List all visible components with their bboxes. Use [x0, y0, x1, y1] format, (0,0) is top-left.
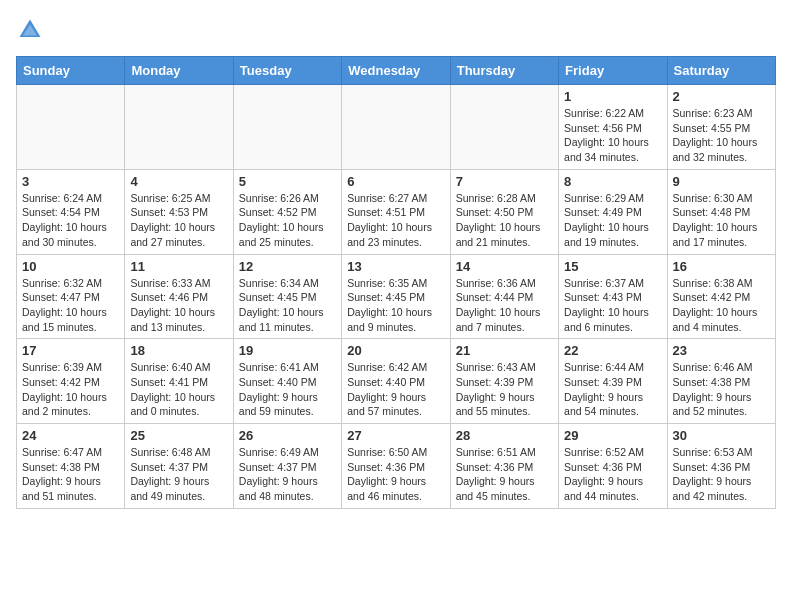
day-number: 3 [22, 174, 119, 189]
calendar-cell: 18Sunrise: 6:40 AMSunset: 4:41 PMDayligh… [125, 339, 233, 424]
calendar-cell: 10Sunrise: 6:32 AMSunset: 4:47 PMDayligh… [17, 254, 125, 339]
calendar-week-row: 3Sunrise: 6:24 AMSunset: 4:54 PMDaylight… [17, 169, 776, 254]
weekday-header: Sunday [17, 57, 125, 85]
day-number: 9 [673, 174, 770, 189]
day-number: 19 [239, 343, 336, 358]
day-number: 13 [347, 259, 444, 274]
day-info: Sunrise: 6:38 AMSunset: 4:42 PMDaylight:… [673, 276, 770, 335]
day-info: Sunrise: 6:35 AMSunset: 4:45 PMDaylight:… [347, 276, 444, 335]
calendar-cell: 28Sunrise: 6:51 AMSunset: 4:36 PMDayligh… [450, 424, 558, 509]
calendar-cell: 21Sunrise: 6:43 AMSunset: 4:39 PMDayligh… [450, 339, 558, 424]
calendar-cell: 4Sunrise: 6:25 AMSunset: 4:53 PMDaylight… [125, 169, 233, 254]
calendar-cell: 13Sunrise: 6:35 AMSunset: 4:45 PMDayligh… [342, 254, 450, 339]
calendar-cell: 14Sunrise: 6:36 AMSunset: 4:44 PMDayligh… [450, 254, 558, 339]
day-info: Sunrise: 6:30 AMSunset: 4:48 PMDaylight:… [673, 191, 770, 250]
calendar-cell: 3Sunrise: 6:24 AMSunset: 4:54 PMDaylight… [17, 169, 125, 254]
day-info: Sunrise: 6:47 AMSunset: 4:38 PMDaylight:… [22, 445, 119, 504]
day-info: Sunrise: 6:26 AMSunset: 4:52 PMDaylight:… [239, 191, 336, 250]
logo-icon [16, 16, 44, 44]
weekday-header: Wednesday [342, 57, 450, 85]
day-number: 21 [456, 343, 553, 358]
calendar-week-row: 17Sunrise: 6:39 AMSunset: 4:42 PMDayligh… [17, 339, 776, 424]
day-number: 26 [239, 428, 336, 443]
day-number: 30 [673, 428, 770, 443]
day-number: 24 [22, 428, 119, 443]
day-number: 22 [564, 343, 661, 358]
day-info: Sunrise: 6:25 AMSunset: 4:53 PMDaylight:… [130, 191, 227, 250]
calendar-cell: 11Sunrise: 6:33 AMSunset: 4:46 PMDayligh… [125, 254, 233, 339]
day-number: 16 [673, 259, 770, 274]
day-number: 12 [239, 259, 336, 274]
weekday-header: Monday [125, 57, 233, 85]
calendar-table: SundayMondayTuesdayWednesdayThursdayFrid… [16, 56, 776, 509]
calendar-cell: 15Sunrise: 6:37 AMSunset: 4:43 PMDayligh… [559, 254, 667, 339]
calendar-cell: 6Sunrise: 6:27 AMSunset: 4:51 PMDaylight… [342, 169, 450, 254]
calendar-cell: 23Sunrise: 6:46 AMSunset: 4:38 PMDayligh… [667, 339, 775, 424]
day-info: Sunrise: 6:53 AMSunset: 4:36 PMDaylight:… [673, 445, 770, 504]
day-number: 27 [347, 428, 444, 443]
day-info: Sunrise: 6:34 AMSunset: 4:45 PMDaylight:… [239, 276, 336, 335]
day-info: Sunrise: 6:40 AMSunset: 4:41 PMDaylight:… [130, 360, 227, 419]
day-number: 14 [456, 259, 553, 274]
day-number: 28 [456, 428, 553, 443]
day-number: 15 [564, 259, 661, 274]
day-number: 18 [130, 343, 227, 358]
day-info: Sunrise: 6:41 AMSunset: 4:40 PMDaylight:… [239, 360, 336, 419]
calendar-cell: 29Sunrise: 6:52 AMSunset: 4:36 PMDayligh… [559, 424, 667, 509]
calendar-cell: 26Sunrise: 6:49 AMSunset: 4:37 PMDayligh… [233, 424, 341, 509]
weekday-header: Tuesday [233, 57, 341, 85]
day-number: 5 [239, 174, 336, 189]
day-info: Sunrise: 6:24 AMSunset: 4:54 PMDaylight:… [22, 191, 119, 250]
calendar-cell: 20Sunrise: 6:42 AMSunset: 4:40 PMDayligh… [342, 339, 450, 424]
calendar-cell: 19Sunrise: 6:41 AMSunset: 4:40 PMDayligh… [233, 339, 341, 424]
calendar-cell [125, 85, 233, 170]
day-info: Sunrise: 6:52 AMSunset: 4:36 PMDaylight:… [564, 445, 661, 504]
calendar-week-row: 24Sunrise: 6:47 AMSunset: 4:38 PMDayligh… [17, 424, 776, 509]
day-info: Sunrise: 6:33 AMSunset: 4:46 PMDaylight:… [130, 276, 227, 335]
day-number: 25 [130, 428, 227, 443]
day-number: 23 [673, 343, 770, 358]
weekday-header: Friday [559, 57, 667, 85]
day-info: Sunrise: 6:44 AMSunset: 4:39 PMDaylight:… [564, 360, 661, 419]
weekday-header-row: SundayMondayTuesdayWednesdayThursdayFrid… [17, 57, 776, 85]
day-info: Sunrise: 6:29 AMSunset: 4:49 PMDaylight:… [564, 191, 661, 250]
calendar-cell: 1Sunrise: 6:22 AMSunset: 4:56 PMDaylight… [559, 85, 667, 170]
day-number: 1 [564, 89, 661, 104]
calendar-cell: 5Sunrise: 6:26 AMSunset: 4:52 PMDaylight… [233, 169, 341, 254]
day-number: 20 [347, 343, 444, 358]
calendar-cell [450, 85, 558, 170]
calendar-cell [233, 85, 341, 170]
calendar-cell: 16Sunrise: 6:38 AMSunset: 4:42 PMDayligh… [667, 254, 775, 339]
day-number: 7 [456, 174, 553, 189]
day-number: 10 [22, 259, 119, 274]
day-info: Sunrise: 6:36 AMSunset: 4:44 PMDaylight:… [456, 276, 553, 335]
day-number: 17 [22, 343, 119, 358]
day-info: Sunrise: 6:50 AMSunset: 4:36 PMDaylight:… [347, 445, 444, 504]
day-info: Sunrise: 6:49 AMSunset: 4:37 PMDaylight:… [239, 445, 336, 504]
calendar-cell [342, 85, 450, 170]
day-info: Sunrise: 6:27 AMSunset: 4:51 PMDaylight:… [347, 191, 444, 250]
day-number: 11 [130, 259, 227, 274]
calendar-week-row: 10Sunrise: 6:32 AMSunset: 4:47 PMDayligh… [17, 254, 776, 339]
day-info: Sunrise: 6:46 AMSunset: 4:38 PMDaylight:… [673, 360, 770, 419]
calendar-cell: 9Sunrise: 6:30 AMSunset: 4:48 PMDaylight… [667, 169, 775, 254]
day-number: 2 [673, 89, 770, 104]
logo [16, 16, 48, 44]
weekday-header: Thursday [450, 57, 558, 85]
day-number: 8 [564, 174, 661, 189]
day-number: 29 [564, 428, 661, 443]
day-info: Sunrise: 6:51 AMSunset: 4:36 PMDaylight:… [456, 445, 553, 504]
day-number: 4 [130, 174, 227, 189]
calendar-cell: 22Sunrise: 6:44 AMSunset: 4:39 PMDayligh… [559, 339, 667, 424]
day-info: Sunrise: 6:42 AMSunset: 4:40 PMDaylight:… [347, 360, 444, 419]
calendar-cell: 30Sunrise: 6:53 AMSunset: 4:36 PMDayligh… [667, 424, 775, 509]
day-info: Sunrise: 6:22 AMSunset: 4:56 PMDaylight:… [564, 106, 661, 165]
calendar-cell: 8Sunrise: 6:29 AMSunset: 4:49 PMDaylight… [559, 169, 667, 254]
day-info: Sunrise: 6:23 AMSunset: 4:55 PMDaylight:… [673, 106, 770, 165]
calendar-cell: 7Sunrise: 6:28 AMSunset: 4:50 PMDaylight… [450, 169, 558, 254]
day-info: Sunrise: 6:48 AMSunset: 4:37 PMDaylight:… [130, 445, 227, 504]
calendar-week-row: 1Sunrise: 6:22 AMSunset: 4:56 PMDaylight… [17, 85, 776, 170]
calendar-cell [17, 85, 125, 170]
day-number: 6 [347, 174, 444, 189]
day-info: Sunrise: 6:28 AMSunset: 4:50 PMDaylight:… [456, 191, 553, 250]
